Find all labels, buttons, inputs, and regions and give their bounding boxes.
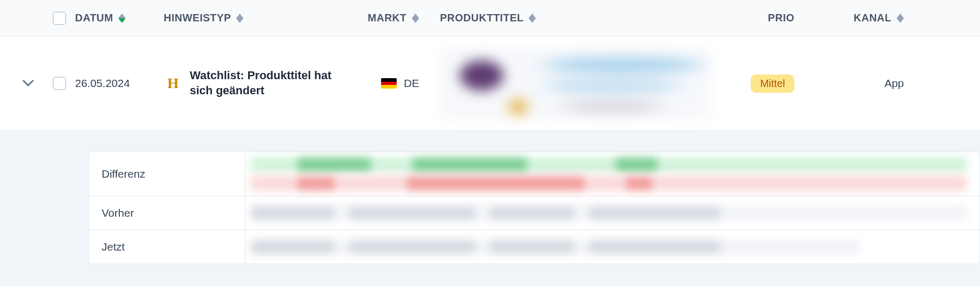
date-value: 26.05.2024 <box>75 77 130 90</box>
header-label: Hinweistyp <box>164 12 231 24</box>
diff-label: Differenz <box>89 152 246 196</box>
diff-value <box>246 152 979 196</box>
header-col-markt[interactable]: Markt <box>357 12 440 24</box>
flag-de-icon <box>381 78 397 89</box>
now-value <box>246 230 979 264</box>
header-label: Markt <box>368 12 407 24</box>
product-title-cell <box>440 47 711 120</box>
diff-row-jetzt: Jetzt <box>89 230 979 264</box>
now-text-redacted <box>251 240 860 254</box>
header-label: Datum <box>75 12 113 24</box>
channel-value: App <box>885 77 904 90</box>
row-checkbox[interactable] <box>53 77 66 90</box>
type-cell: H Watchlist: Produkttitel hat sich geänd… <box>164 68 357 98</box>
product-title-redacted <box>440 47 711 120</box>
header-col-checkbox <box>44 11 75 25</box>
market-cell: DE <box>357 77 440 90</box>
header-label: Kanal <box>854 12 892 24</box>
diff-table: Differenz Vorher Jetzt <box>89 152 980 264</box>
diff-removed-redacted <box>251 176 967 191</box>
diff-row-vorher: Vorher <box>89 196 979 230</box>
table-header-row: Datum Hinweistyp Markt Produkttitel Prio… <box>0 0 980 36</box>
sort-icon <box>897 14 904 23</box>
header-col-hinweistyp[interactable]: Hinweistyp <box>164 12 357 24</box>
hint-type-text: Watchlist: Produkttitel hat sich geänder… <box>190 68 357 98</box>
header-col-prio[interactable]: Prio <box>711 12 794 24</box>
header-col-produkttitel[interactable]: Produkttitel <box>440 12 711 24</box>
diff-row-differenz: Differenz <box>89 152 979 196</box>
diff-label: Jetzt <box>89 230 246 264</box>
diff-added-redacted <box>251 157 967 172</box>
sort-icon <box>236 14 243 23</box>
prio-badge: Mittel <box>751 74 794 93</box>
table-row: 26.05.2024 H Watchlist: Produkttitel hat… <box>0 36 980 131</box>
before-value <box>246 196 979 230</box>
select-all-checkbox[interactable] <box>53 11 66 25</box>
date-cell: 26.05.2024 <box>75 77 164 90</box>
diff-label: Vorher <box>89 196 246 230</box>
header-label: Produkttitel <box>440 12 523 24</box>
sort-icon <box>118 14 126 23</box>
chevron-down-icon[interactable] <box>22 80 34 87</box>
channel-cell: App <box>794 77 909 90</box>
checkbox-cell <box>44 77 75 90</box>
sort-icon <box>529 14 536 23</box>
sort-icon <box>412 14 419 23</box>
header-col-datum[interactable]: Datum <box>75 12 164 24</box>
prio-cell: Mittel <box>711 74 794 93</box>
row-detail-panel: Differenz Vorher Jetzt <box>0 131 980 286</box>
expand-cell <box>13 80 44 87</box>
header-label: Prio <box>768 12 794 24</box>
hint-type-icon: H <box>164 74 182 93</box>
before-text-redacted <box>251 206 967 220</box>
header-col-kanal[interactable]: Kanal <box>794 12 909 24</box>
market-code: DE <box>404 77 419 90</box>
